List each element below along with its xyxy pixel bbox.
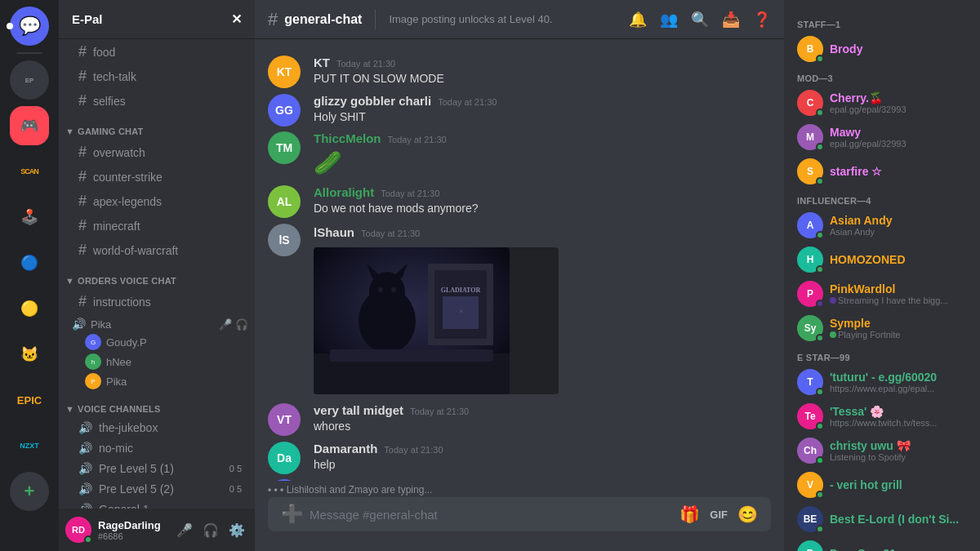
- server-icon-scan[interactable]: SCAN: [10, 152, 49, 191]
- server-icon-epal[interactable]: 🎮: [10, 106, 49, 145]
- message-content: PUT IT ON SLOW MODE: [314, 71, 771, 87]
- member-item-homozoned[interactable]: H HOMOZONED: [791, 243, 973, 276]
- server-icon-tx[interactable]: 🐱: [10, 335, 49, 374]
- status-indicator: [816, 55, 824, 63]
- avatar: GG: [268, 94, 301, 127]
- channel-item-tech-talk[interactable]: # tech-talk: [65, 64, 248, 88]
- notification-bell-icon[interactable]: 🔔: [629, 11, 647, 29]
- server-icon-g2[interactable]: 🟡: [10, 289, 49, 328]
- channel-item-pre5-1[interactable]: 🔊 Pre Level 5 (1) 0 5: [65, 459, 248, 478]
- category-gaming-chat[interactable]: ▼ GAMING CHAT: [59, 113, 255, 140]
- message-row: KT KT Today at 21:30 PUT IT ON SLOW MODE: [255, 52, 784, 91]
- member-category-staff: STAFF—1: [791, 13, 973, 33]
- channel-item-food[interactable]: # food: [65, 40, 248, 64]
- member-item-tessa[interactable]: Te 'Tessa' 🌸 https://www.twitch.tv/tess.…: [791, 400, 973, 433]
- message-input[interactable]: [310, 499, 673, 531]
- avatar: Te: [797, 403, 823, 429]
- member-category-mod: MOD—3: [791, 67, 973, 87]
- gif-icon[interactable]: GIF: [710, 509, 728, 521]
- member-info: 'Tessa' 🌸 https://www.twitch.tv/tess...: [830, 405, 967, 428]
- search-icon[interactable]: 🔍: [691, 11, 709, 29]
- status-indicator: [816, 109, 824, 117]
- status-indicator: [816, 334, 824, 342]
- member-item-christyuwu[interactable]: Ch christy uwu 🎀 Listening to Spotify: [791, 434, 973, 467]
- member-name: Mawy: [830, 126, 967, 139]
- member-item-tuturu[interactable]: T 'tuturu' - e.gg/60020 https://www.epal…: [791, 366, 973, 398]
- hash-icon: #: [78, 68, 87, 85]
- main-content: # general-chat Image posting unlocks at …: [255, 0, 784, 551]
- member-item-mawy[interactable]: M Mawy epal.gg/epal/32993: [791, 121, 973, 153]
- member-item-brody[interactable]: B Brody: [791, 33, 973, 65]
- member-item-danasaur[interactable]: D DanaSaur21: [791, 537, 973, 551]
- member-item-asian-andy[interactable]: A Asian Andy Asian Andy: [791, 209, 973, 242]
- channel-item-instructions[interactable]: # instructions: [65, 290, 248, 313]
- message-author: ColdRamen: [314, 479, 381, 481]
- member-item-starfire[interactable]: S starfire ☆: [791, 155, 973, 188]
- channel-name: the-jukebox: [99, 421, 158, 434]
- channel-item-minecraft[interactable]: # minecraft: [65, 214, 248, 238]
- add-file-button[interactable]: ➕: [281, 497, 303, 531]
- gift-icon[interactable]: 🎁: [679, 504, 700, 524]
- user-discriminator: #6686: [98, 531, 167, 541]
- settings-button[interactable]: ⚙️: [225, 518, 248, 541]
- server-icon-1[interactable]: EP: [10, 60, 49, 100]
- mute-button[interactable]: 🎤: [173, 518, 196, 541]
- member-info: 'tuturu' - e.gg/60020 https://www.epal.g…: [830, 371, 967, 393]
- member-item-symple[interactable]: Sy Symple Playing Fortnite: [791, 312, 973, 344]
- channel-name: food: [93, 46, 115, 59]
- channel-item-apex-legends[interactable]: # apex-legends: [65, 189, 248, 213]
- avatar: RD: [65, 517, 91, 543]
- category-orders-voice[interactable]: ▼ ORDERS VOICE CHAT: [59, 263, 255, 289]
- channel-item-no-mic[interactable]: 🔊 no-mic: [65, 438, 248, 458]
- channel-title: general-chat: [284, 12, 362, 27]
- server-header[interactable]: E-Pal ✕: [59, 0, 255, 39]
- server-icon-gaming[interactable]: 🕹️: [10, 198, 49, 237]
- member-item-pinkwardlol[interactable]: P PinkWardlol Streaming I have the bigg.…: [791, 278, 973, 310]
- server-icon-add[interactable]: +: [10, 472, 49, 511]
- message-row: lS lShaun Today at 21:30: [255, 220, 784, 400]
- speaker-icon: 🔊: [72, 318, 86, 331]
- member-item-best-elord[interactable]: BE Best E-Lord (I don't Si...: [791, 503, 973, 535]
- members-icon[interactable]: 👥: [660, 11, 678, 29]
- chevron-icon: ▼: [65, 127, 74, 136]
- svg-text:GLADIATOR: GLADIATOR: [441, 287, 481, 294]
- inbox-icon[interactable]: 📥: [722, 11, 740, 29]
- channel-item-wow[interactable]: # world-of-warcraft: [65, 238, 248, 262]
- server-icon-discord[interactable]: 💬: [10, 7, 49, 46]
- message-image: GLADIATOR ⚔: [314, 247, 559, 394]
- voice-user-goudyp: G Goudy.P: [59, 332, 255, 352]
- header-icons: 🔔 👥 🔍 📥 ❓: [629, 11, 771, 29]
- server-icon-epal2[interactable]: EPIC: [10, 380, 49, 420]
- message-content: 🥒: [314, 147, 771, 179]
- avatar: B: [797, 36, 823, 62]
- voice-user-avatar: G: [85, 334, 101, 350]
- server-icon-nzxt[interactable]: NZXT: [10, 426, 49, 465]
- user-controls: 🎤 🎧 ⚙️: [173, 518, 248, 541]
- member-item-cherry[interactable]: C Cherry.🍒 epal.gg/epal/32993: [791, 87, 973, 119]
- channel-item-the-jukebox[interactable]: 🔊 the-jukebox: [65, 418, 248, 438]
- message-timestamp: Today at 21:30: [381, 189, 439, 198]
- category-voice-channels[interactable]: ▼ VOICE CHANNELS: [59, 391, 255, 417]
- channel-item-counter-strike[interactable]: # counter-strike: [65, 165, 248, 189]
- channel-item-selfies[interactable]: # selfies: [65, 89, 248, 113]
- chevron-icon: ▼: [65, 276, 74, 286]
- deafen-button[interactable]: 🎧: [199, 518, 222, 541]
- message-author: lShaun: [314, 225, 354, 239]
- member-category-influencer: INFLUENCER—4: [791, 189, 973, 209]
- online-status-indicator: [84, 535, 92, 544]
- emoji-icon[interactable]: 😊: [737, 504, 758, 524]
- channel-item-general1[interactable]: 🔊 General 1: [65, 500, 248, 509]
- member-name: - veri hot grill: [830, 478, 967, 491]
- server-icon-s[interactable]: 🔵: [10, 243, 49, 282]
- channel-item-overwatch[interactable]: # overwatch: [65, 140, 248, 164]
- avatar: S: [797, 158, 823, 184]
- member-info: PinkWardlol Streaming I have the bigg...: [830, 282, 967, 305]
- channel-item-pre5-2[interactable]: 🔊 Pre Level 5 (2) 0 5: [65, 479, 248, 499]
- image-content: GLADIATOR ⚔: [314, 247, 510, 394]
- channel-name: counter-strike: [93, 171, 163, 184]
- member-info: HOMOZONED: [830, 253, 967, 266]
- server-bar: 💬 EP 🎮 SCAN 🕹️ 🔵 🟡 🐱 EPIC NZXT +: [0, 0, 59, 551]
- member-item-veri-hot-grill[interactable]: V - veri hot grill: [791, 469, 973, 501]
- member-name: starfire ☆: [830, 165, 967, 178]
- help-icon[interactable]: ❓: [753, 11, 771, 29]
